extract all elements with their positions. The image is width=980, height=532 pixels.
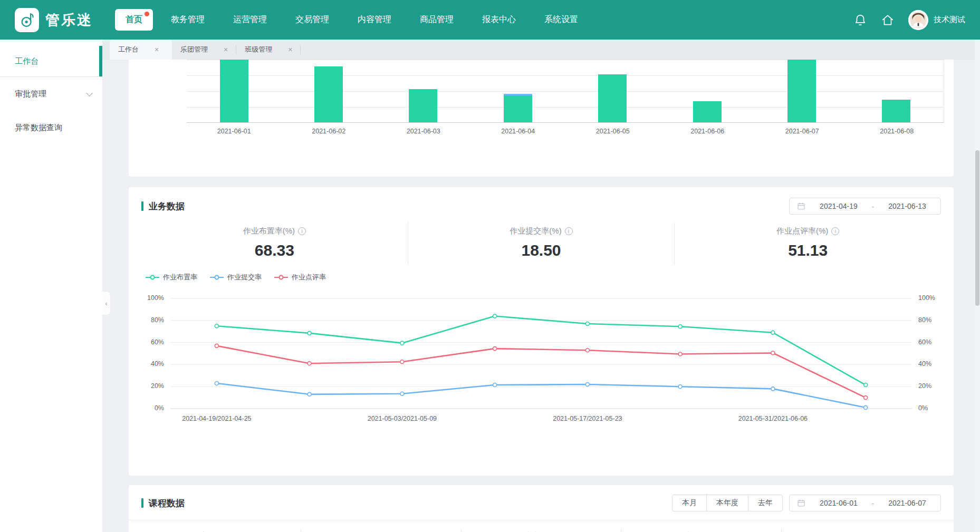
period-button-this-year[interactable]: 本年度 (707, 495, 748, 511)
bar-chart-band (565, 60, 660, 122)
bar-chart-band (470, 60, 565, 122)
line-chart-x-axis: 2021-04-19/2021-04-252021-05-03/2021-05-… (170, 415, 912, 424)
legend-marker (146, 277, 159, 278)
user-name: 技术测试 (934, 15, 965, 25)
legend-item-作业布置率[interactable]: 作业布置率 (146, 273, 197, 282)
tab-label: 班级管理 (245, 45, 272, 54)
stat-label-text: 作业提交率(%) (510, 226, 561, 236)
sidebar-item-approval[interactable]: 审批管理 (0, 77, 102, 111)
header-actions: 技术测试 (853, 10, 965, 30)
nav-item-trade[interactable]: 交易管理 (285, 9, 340, 31)
sidebar-item-abnormal-data[interactable]: 异常数据查询 (0, 111, 102, 144)
app-header: 管乐迷 首页教务管理运营管理交易管理内容管理商品管理报表中心系统设置 技术测试 (0, 0, 980, 40)
line-chart-y-tick: 80% (918, 316, 931, 324)
bar-chart-bars (187, 60, 944, 122)
course-period-buttons: 本月本年度去年 (672, 495, 783, 511)
section-title-business: 业务数据 (141, 200, 185, 212)
tab-workbench[interactable]: 工作台× (110, 40, 172, 60)
stat-value: 51.13 (675, 241, 941, 259)
bar-chart-x-tick: 2021-06-03 (376, 128, 471, 135)
course-stat-vip-offline-lessons: VIP线下课(节)i (621, 529, 781, 532)
legend-label: 作业布置率 (163, 273, 197, 282)
app-logo[interactable]: 管乐迷 (15, 8, 93, 32)
course-date-end[interactable]: 2021-06-07 (881, 499, 933, 507)
bar-chart-band (660, 60, 754, 122)
business-date-end[interactable]: 2021-06-13 (881, 202, 933, 210)
page-scrollbar-thumb[interactable] (975, 150, 979, 306)
stat-label: 作业布置率(%)i (243, 226, 306, 236)
stat-label-text: 作业布置率(%) (243, 226, 295, 236)
nav-item-goods[interactable]: 商品管理 (409, 9, 464, 31)
legend-marker (210, 277, 224, 278)
stat-label-text: 作业点评率(%) (776, 226, 828, 236)
bar-2021-06-05 (598, 74, 627, 122)
nav-item-education[interactable]: 教务管理 (160, 9, 215, 31)
line-chart-y-tick: 40% (918, 360, 931, 367)
revenue-bar-chart-card: 200,000元150,000元100,000元50,000元0元 2021-0… (129, 60, 954, 177)
course-stat-vip-lessons: VIP课(节)i (301, 529, 461, 532)
legend-marker (274, 277, 288, 278)
tab-label: 工作台 (118, 45, 139, 54)
notification-bell-icon[interactable] (853, 13, 867, 27)
stat-value: 18.50 (408, 241, 675, 259)
page-scrollbar (975, 40, 980, 532)
sidebar-collapse-handle[interactable]: ‹ (102, 291, 111, 315)
nav-item-report[interactable]: 报表中心 (472, 9, 526, 31)
tab-orchestra[interactable]: 乐团管理× (172, 40, 236, 60)
stat-label: 作业提交率(%)i (510, 226, 572, 236)
home-icon[interactable] (881, 13, 895, 27)
nav-item-system[interactable]: 系统设置 (534, 9, 589, 31)
line-chart-y-tick: 20% (918, 382, 931, 390)
legend-label: 作业提交率 (227, 273, 262, 282)
nav-item-content[interactable]: 内容管理 (347, 9, 402, 31)
info-icon[interactable]: i (298, 227, 306, 235)
line-chart-y-tick: 60% (151, 338, 164, 346)
legend-item-作业点评率[interactable]: 作业点评率 (274, 273, 326, 282)
bar-2021-06-06 (693, 101, 722, 122)
business-date-start[interactable]: 2021-04-19 (813, 202, 864, 210)
course-date-start[interactable]: 2021-06-01 (813, 499, 864, 507)
line-chart-legend: 作业布置率作业提交率作业点评率 (141, 272, 941, 283)
line-chart-x-tick: 2021-05-31/2021-06-06 (738, 415, 808, 422)
tab-close-icon[interactable]: × (288, 46, 292, 53)
nav-item-operation[interactable]: 运营管理 (223, 9, 277, 31)
bar-chart-band (187, 60, 281, 122)
bar-2021-06-03 (409, 89, 437, 122)
tab-bar: 工作台×乐团管理×班级管理× (102, 40, 980, 60)
tab-class[interactable]: 班级管理× (236, 40, 301, 60)
period-button-this-month[interactable]: 本月 (672, 495, 707, 511)
date-range-separator: - (872, 202, 874, 210)
bar-chart-x-tick: 2021-06-02 (282, 128, 377, 135)
date-range-separator: - (872, 499, 874, 507)
course-stat-net-admin-lessons: 网管课(节)i (782, 529, 941, 532)
period-button-last-year[interactable]: 去年 (748, 495, 782, 511)
calendar-icon (797, 202, 805, 210)
bar-2021-06-08 (882, 100, 910, 122)
nav-item-home[interactable]: 首页 (115, 9, 153, 31)
line-chart: 0%20%40%60%80%100% 0%20%40%60%80%100% (141, 295, 941, 412)
sidebar-item-label: 工作台 (15, 56, 39, 66)
tab-label: 乐团管理 (180, 45, 208, 54)
course-date-range-picker[interactable]: 2021-06-01 - 2021-06-07 (789, 495, 941, 511)
info-icon[interactable]: i (831, 227, 839, 235)
info-icon[interactable]: i (565, 227, 573, 235)
line-chart-y-tick: 100% (147, 294, 164, 302)
line-chart-y-tick: 100% (918, 294, 935, 302)
legend-item-作业提交率[interactable]: 作业提交率 (210, 273, 262, 282)
brand-name: 管乐迷 (45, 11, 93, 30)
tab-close-icon[interactable]: × (224, 46, 228, 53)
tab-close-icon[interactable]: × (155, 46, 159, 53)
line-chart-y-tick: 0% (155, 404, 164, 412)
bar-chart-x-tick: 2021-06-01 (187, 128, 282, 135)
user-menu[interactable]: 技术测试 (908, 10, 965, 30)
bar-chart-x-tick: 2021-06-06 (660, 128, 755, 135)
chevron-down-icon (86, 90, 93, 96)
course-data-card: 课程数据 本月本年度去年 2021-06-01 - 2021-06-07 (129, 485, 954, 532)
business-date-range-picker[interactable]: 2021-04-19 - 2021-06-13 (789, 198, 941, 215)
stat-submit-rate: 作业提交率(%)i18.50 (408, 222, 675, 265)
course-stat-orchestra-lessons: 乐团课(节)i (141, 529, 301, 532)
sidebar-item-workbench[interactable]: 工作台 (0, 46, 102, 76)
section-title-course: 课程数据 (141, 497, 185, 509)
line-chart-y-tick: 20% (151, 382, 164, 390)
stat-label: 作业点评率(%)i (776, 226, 839, 236)
